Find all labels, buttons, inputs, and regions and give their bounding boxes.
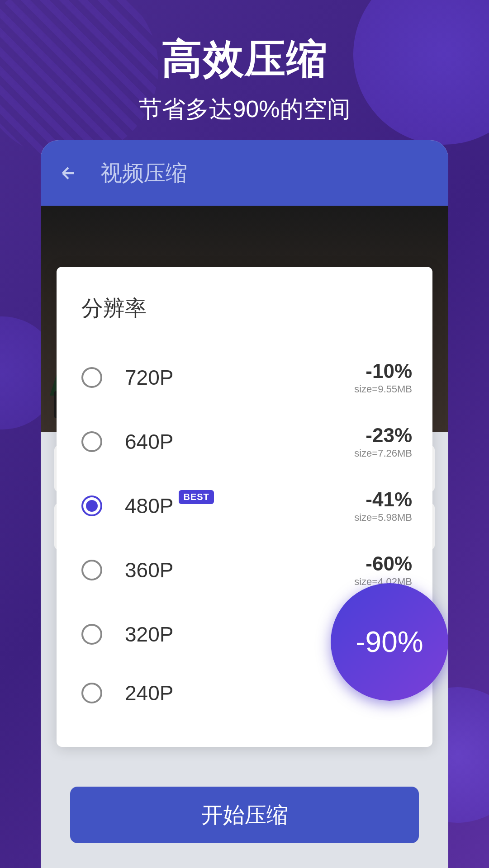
resolution-label: 720P <box>125 365 173 390</box>
file-size: size=7.26MB <box>354 448 412 459</box>
resolution-info: -23%size=7.26MB <box>354 424 412 459</box>
resolution-label: 480P <box>125 494 173 518</box>
best-badge: BEST <box>179 490 214 504</box>
savings-badge: -90% <box>331 583 448 701</box>
file-size: size=5.98MB <box>354 512 412 524</box>
radio-icon <box>81 624 102 645</box>
radio-icon <box>81 495 102 516</box>
radio-icon <box>81 431 102 452</box>
start-compress-button[interactable]: 开始压缩 <box>70 787 419 843</box>
resolution-option-720p[interactable]: 720P-10%size=9.55MB <box>81 345 412 410</box>
resolution-info: -10%size=9.55MB <box>354 360 412 395</box>
back-arrow-icon <box>59 164 78 183</box>
resolution-label: 320P <box>125 622 173 646</box>
resolution-label: 240P <box>125 681 173 705</box>
resolution-option-640p[interactable]: 640P-23%size=7.26MB <box>81 410 412 474</box>
dialog-title: 分辨率 <box>81 294 412 323</box>
reduction-percent: -60% <box>354 552 412 575</box>
reduction-percent: -10% <box>354 360 412 382</box>
header-title: 视频压缩 <box>100 159 187 188</box>
resolution-label: 360P <box>125 558 173 582</box>
reduction-percent: -41% <box>354 488 412 511</box>
radio-icon <box>81 367 102 388</box>
promo-title: 高效压缩 <box>0 32 489 87</box>
resolution-info: -60%size=4.02MB <box>354 552 412 588</box>
promo-subtitle: 节省多达90%的空间 <box>0 94 489 125</box>
resolution-option-480p[interactable]: 480PBEST-41%size=5.98MB <box>81 474 412 538</box>
promo-section: 高效压缩 节省多达90%的空间 <box>0 0 489 125</box>
file-size: size=9.55MB <box>354 383 412 395</box>
resolution-info: -41%size=5.98MB <box>354 488 412 524</box>
reduction-percent: -23% <box>354 424 412 447</box>
back-button[interactable] <box>59 164 78 183</box>
app-frame: 视频压缩 se D 分辨率 720P-10%size=9.55MB640P-23… <box>41 140 448 868</box>
radio-icon <box>81 560 102 580</box>
radio-icon <box>81 683 102 703</box>
resolution-label: 640P <box>125 429 173 454</box>
app-header: 视频压缩 <box>41 140 448 206</box>
